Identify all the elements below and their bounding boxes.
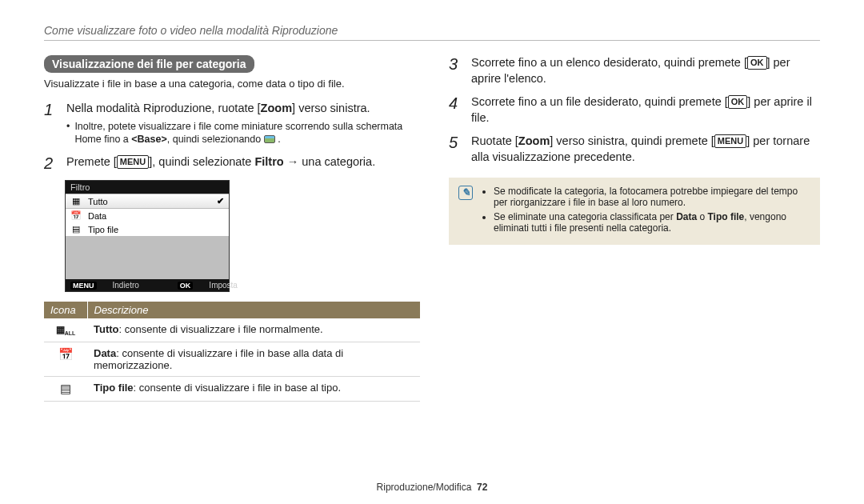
table-head-desc: Descrizione (87, 302, 420, 318)
step-1: 1 Nella modalità Riproduzione, ruotate [… (44, 101, 420, 146)
section-title-pill: Visualizzazione dei file per categoria (44, 55, 254, 73)
base-thumbnail-icon (264, 135, 275, 143)
table-head-icon: Icona (44, 302, 87, 318)
filter-option-data[interactable]: 📅 Data (66, 209, 229, 222)
ok-button-tag: OK (728, 95, 748, 109)
menu-button-tag: MENU (714, 134, 746, 148)
section-description: Visualizzate i file in base a una catego… (44, 78, 420, 90)
filter-panel: Filtro ▦ Tutto ✔ 📅 Data ▤ Tipo file (65, 180, 230, 292)
page-footer: Riproduzione/Modifica 72 (0, 482, 864, 493)
back-label: Indietro (113, 281, 139, 290)
filetype-icon: ▤ (70, 224, 82, 234)
checkmark-icon: ✔ (217, 196, 224, 206)
all-icon: ▦ALL (56, 324, 76, 335)
filetype-icon: ▤ (60, 382, 71, 395)
calendar-icon: 📅 (58, 347, 74, 361)
step-1-substep: Inoltre, potete visualizzare i file come… (66, 120, 420, 147)
step-2: 2 Premete [MENU], quindi selezionate Fil… (44, 154, 420, 172)
table-row: ▦ALL Tutto: consente di visualizzare i f… (44, 318, 420, 342)
note-item: Se modificate la categoria, la fotocamer… (494, 186, 810, 208)
breadcrumb: Come visualizzare foto o video nella mod… (44, 24, 820, 37)
calendar-icon: 📅 (70, 210, 82, 221)
icon-description-table: Icona Descrizione ▦ALL Tutto: consente d… (44, 302, 420, 401)
step-4: 4 Scorrete fino a un file desiderato, qu… (449, 94, 820, 126)
table-row: ▤ Tipo file: consente di visualizzare i … (44, 376, 420, 401)
note-item: Se eliminate una categoria classificata … (494, 211, 810, 234)
step-5: 5 Ruotate [Zoom] verso sinistra, quindi … (449, 134, 820, 165)
filter-option-tipo-file[interactable]: ▤ Tipo file (66, 222, 229, 236)
filter-panel-title: Filtro (66, 181, 229, 194)
divider (44, 40, 820, 41)
step-3: 3 Scorrete fino a un elenco desiderato, … (449, 55, 820, 86)
ok-tag-icon: OK (178, 282, 194, 290)
note-box: ✎ Se modificate la categoria, la fotocam… (449, 178, 820, 245)
set-label: Imposta (209, 281, 238, 290)
filter-option-tutto[interactable]: ▦ Tutto ✔ (66, 194, 229, 209)
table-row: 📅 Data: consente di visualizzare i file … (44, 342, 420, 376)
ok-button-tag: OK (747, 56, 767, 70)
info-icon: ✎ (458, 186, 473, 200)
menu-tag-icon: MENU (70, 282, 97, 290)
menu-button-tag: MENU (117, 155, 149, 169)
all-icon: ▦ (70, 196, 82, 206)
